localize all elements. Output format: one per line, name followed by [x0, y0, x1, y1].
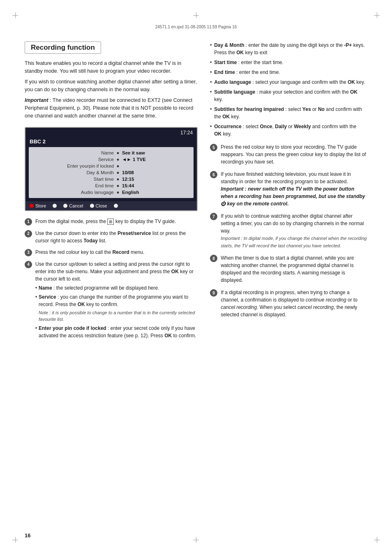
- left-column: Recording function This feature enables …: [25, 41, 198, 345]
- tv-channel-label: BBC 2: [25, 138, 197, 147]
- content-area: Recording function This feature enables …: [25, 41, 367, 345]
- step-4-bullets: Name : the selected programme will be di…: [35, 284, 198, 339]
- intro-para3: Important : The video recorder must be c…: [25, 97, 198, 120]
- step-num-4: 4: [25, 261, 32, 268]
- step-num-1: 1: [25, 218, 32, 226]
- rb-start-time: Start time : enter the start time.: [210, 59, 367, 66]
- right-bullets: Day & Month : enter the date by using th…: [210, 41, 367, 138]
- right-steps-list: 5 Press the red colour key to store your…: [210, 143, 367, 318]
- tv-btn-spacer2: [114, 204, 118, 208]
- tv-btn-cancel: Cancel: [63, 203, 83, 208]
- step-content-1: From the digital mode, press the ⊞ key t…: [35, 218, 198, 226]
- red-dot: [30, 204, 34, 208]
- right-step-6: 6 If you have finished watching televisi…: [210, 170, 367, 207]
- right-column: Day & Month : enter the date by using th…: [210, 41, 367, 345]
- right-step-content-6: If you have finished watching television…: [221, 170, 367, 207]
- right-step-content-9: If a digital recording is in progress, w…: [221, 289, 367, 318]
- right-step-7: 7 If you wish to continue watching anoth…: [210, 212, 367, 249]
- step-1: 1 From the digital mode, press the ⊞ key…: [25, 218, 198, 226]
- right-step-num-9: 9: [210, 289, 217, 297]
- rb-subtitle-lang: Subtitle language : make your selection …: [210, 88, 367, 103]
- white-dot-2: [63, 204, 67, 208]
- right-step-9: 9 If a digital recording is in progress,…: [210, 289, 367, 318]
- right-step-content-5: Press the red colour key to store your r…: [221, 143, 367, 166]
- step-num-2: 2: [25, 230, 32, 237]
- crosshair-tl: [12, 12, 18, 18]
- left-steps-list: 1 From the digital mode, press the ⊞ key…: [25, 218, 198, 341]
- step-4: 4 Use the cursor up/down to select a set…: [25, 260, 198, 341]
- bullet-name: Name : the selected programme will be di…: [35, 284, 198, 292]
- crosshair-tc: [193, 12, 199, 18]
- right-step-content-8: When the timer is due to start a digital…: [221, 254, 367, 284]
- crosshair-bl: [12, 537, 18, 543]
- right-step-5: 5 Press the red colour key to store your…: [210, 143, 367, 166]
- tv-row-pin: Enter yourpin if locked ●: [33, 163, 189, 169]
- intro-para2: If you wish to continue watching another…: [25, 78, 198, 94]
- tv-time: 17:24: [180, 130, 193, 136]
- step-2: 2 Use the cursor down to enter into the …: [25, 230, 198, 244]
- meta-line: 24571.1 en.qxd 31-08-2005 11:59 Pagina 1…: [25, 25, 367, 29]
- step-content-3: Press the red colour key to call the Rec…: [35, 249, 198, 256]
- step-3: 3 Press the red colour key to call the R…: [25, 249, 198, 256]
- crosshair-tr: [374, 12, 380, 18]
- section-title-box: Recording function: [25, 41, 101, 54]
- white-dot-3: [90, 204, 94, 208]
- tv-bottom-bar: Store Cancel Close: [25, 201, 197, 210]
- intro-para3-label: Important: [25, 97, 48, 103]
- tv-row-start: Start time ● 12:15: [33, 176, 189, 182]
- tv-menu: Name ● See it saw Service ● ◄► 1 TVE Ent…: [29, 147, 194, 198]
- white-dot-4: [114, 204, 118, 208]
- crosshair-bc: [193, 537, 199, 543]
- tv-row-end: End time ● 15:44: [33, 182, 189, 189]
- tv-row-audio: Audio lanugage ● English: [33, 189, 189, 196]
- page: 24571.1 en.qxd 31-08-2005 11:59 Pagina 1…: [0, 0, 392, 555]
- step-content-2: Use the cursor down to enter into the Pr…: [35, 230, 198, 244]
- tv-btn-store: Store: [30, 203, 46, 208]
- tv-screen: 17:24 BBC 2 Name ● See it saw Service ● …: [25, 127, 198, 211]
- tv-row-day: Day & Month ● 10/08: [33, 169, 189, 176]
- rb-day-month: Day & Month : enter the date by using th…: [210, 41, 367, 56]
- right-step-8: 8 When the timer is due to start a digit…: [210, 254, 367, 284]
- step-num-3: 3: [25, 249, 32, 256]
- right-step-num-5: 5: [210, 144, 217, 151]
- section-title: Recording function: [31, 44, 95, 51]
- page-number: 16: [25, 532, 30, 539]
- rb-end-time: End time : enter the end time.: [210, 69, 367, 76]
- bullet-service: Service : you can change the number of t…: [35, 293, 198, 323]
- right-step-content-7: If you wish to continue watching another…: [221, 212, 367, 249]
- right-step-num-8: 8: [210, 255, 217, 262]
- crosshair-br: [374, 537, 380, 543]
- tv-btn-spacer1: [53, 204, 57, 208]
- tv-row-service: Service ● ◄► 1 TVE: [33, 156, 189, 163]
- right-step-num-6: 6: [210, 171, 217, 178]
- step-content-4: Use the cursor up/down to select a setti…: [35, 260, 198, 341]
- intro-para3-text: : The video recorder must be connected t…: [25, 97, 193, 119]
- tv-row-name: Name ● See it saw: [33, 150, 189, 156]
- white-dot-1: [53, 204, 57, 208]
- bullet-pin: Enter your pin code if locked : enter yo…: [35, 325, 198, 339]
- right-step-num-7: 7: [210, 213, 217, 220]
- rb-subtitles-impaired: Subtitles for hearing impaired : select …: [210, 106, 367, 120]
- tv-top-bar: 17:24: [25, 128, 197, 138]
- tv-btn-close: Close: [90, 203, 107, 208]
- intro-para1: This feature enables you to record a dig…: [25, 60, 198, 76]
- rb-occurrence: Occurrence : select Once, Daily or Weekl…: [210, 123, 367, 138]
- rb-audio-lang: Audio language : select your language an…: [210, 78, 367, 86]
